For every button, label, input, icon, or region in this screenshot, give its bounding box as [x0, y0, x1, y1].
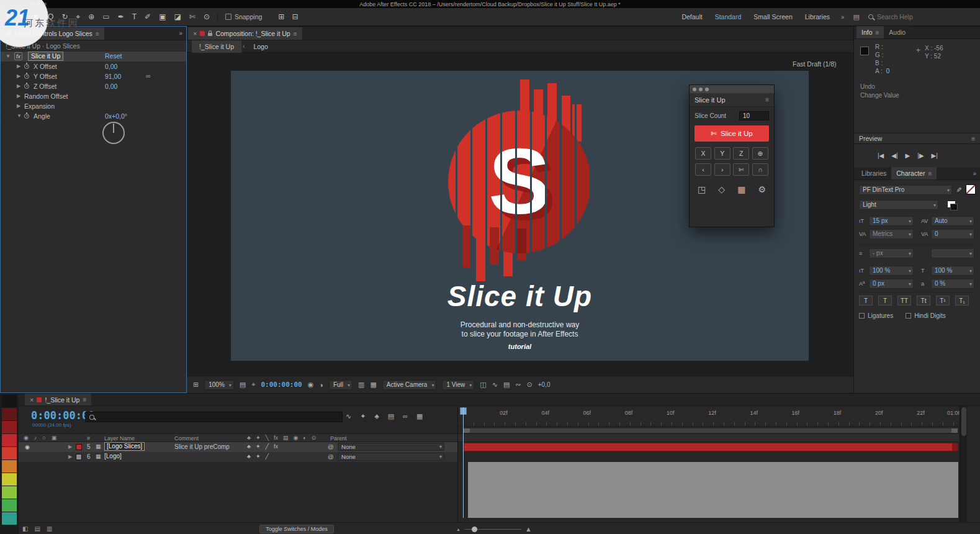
checkbox-icon[interactable]	[225, 14, 232, 20]
frame-blending-icon[interactable]: ▤	[388, 412, 394, 420]
property-row-x-offset[interactable]: ▶X Offset0,00	[1, 61, 186, 71]
font-style-dropdown[interactable]: Light▾	[859, 200, 938, 210]
loop-button[interactable]: ∩	[752, 163, 768, 176]
zoom-tool-icon[interactable]: Q	[48, 12, 53, 21]
mask-visibility-icon[interactable]: ⌖	[251, 381, 255, 389]
disclosure-triangle-icon[interactable]: ▶	[17, 103, 20, 109]
flowchart-button-icon[interactable]: ∾	[515, 381, 521, 389]
disclosure-triangle-icon[interactable]: ▶	[17, 83, 20, 89]
property-value[interactable]: 0x+0,0°	[105, 112, 127, 120]
frame-blend-column-icon[interactable]: ▤	[283, 435, 289, 441]
expand-inout-icon[interactable]: ▥	[47, 525, 52, 532]
tab-character[interactable]: Character ≡	[891, 167, 937, 179]
3d-column-icon[interactable]: ⊙	[312, 435, 317, 441]
align-options-icon[interactable]: ⊟	[292, 12, 298, 21]
switch-icon[interactable]: ╱	[265, 453, 268, 459]
region-of-interest-icon[interactable]: ▥	[358, 381, 364, 389]
timeline-button-icon[interactable]: ▤	[503, 381, 510, 389]
preview-panel-header[interactable]: Preview ≡	[854, 133, 980, 144]
graph-editor-icon[interactable]: ▦	[416, 412, 423, 420]
stopwatch-icon[interactable]	[24, 84, 29, 89]
stopwatch-icon[interactable]	[24, 64, 29, 69]
next-frame-button[interactable]: |▶	[917, 152, 924, 159]
collapse-column-icon[interactable]: ✦	[256, 435, 261, 441]
solo-column-icon[interactable]: ○	[42, 435, 45, 441]
label-color-swatch[interactable]	[2, 395, 17, 407]
timeline-scrollbar[interactable]	[960, 406, 967, 522]
snapshot-icon[interactable]: ◉	[308, 381, 314, 389]
prev-button[interactable]: ‹	[695, 163, 711, 176]
fill-stroke-swatches[interactable]	[947, 201, 956, 208]
snapping-checkbox[interactable]: Snapping	[225, 13, 262, 20]
subscript-button[interactable]: T₁	[955, 296, 969, 305]
column-layer-name[interactable]: Layer Name	[104, 435, 135, 441]
layer-switches[interactable]: ♣✦╱fx	[247, 443, 278, 450]
viewer-tab-slice-it-up[interactable]: !_Slice it Up	[192, 40, 241, 53]
pen-tool-icon[interactable]: ✒	[118, 12, 124, 21]
panel-menu-icon[interactable]: ≡	[876, 29, 879, 36]
panel-menu-icon[interactable]: ≡	[765, 96, 769, 103]
hand-tool-icon[interactable]: ☛	[33, 12, 40, 21]
parent-dropdown[interactable]: None▾	[338, 453, 444, 461]
timeline-search-field[interactable]	[85, 412, 343, 422]
expand-transfer-controls-icon[interactable]: ▤	[34, 525, 40, 532]
shy-column-icon[interactable]: ♣	[247, 435, 251, 441]
close-window-icon[interactable]	[30, 2, 33, 6]
label-color-swatch[interactable]	[2, 447, 17, 459]
layer-row-6[interactable]: ▶6▦[Logo]♣✦╱@None▾	[19, 452, 457, 462]
disclosure-triangle-icon[interactable]: ▼	[6, 53, 11, 59]
timeline-zoom-control[interactable]: ▲ ▲	[456, 525, 532, 533]
lock-column-icon[interactable]: ▣	[52, 435, 57, 441]
orbit-camera-tool-icon[interactable]: ↻	[61, 12, 68, 21]
lock-icon[interactable]	[7, 33, 11, 36]
column-parent[interactable]: Parent	[330, 435, 347, 441]
motion-blur-column-icon[interactable]: ◉	[293, 435, 298, 441]
font-size-dropdown[interactable]: 15 px▾	[869, 216, 914, 226]
tracking-mode-dropdown[interactable]: Metrics▾	[869, 229, 914, 239]
panel-overflow-icon[interactable]: »	[973, 170, 976, 177]
property-row-angle[interactable]: ▼Angle0x+0,0°	[1, 111, 186, 121]
property-row-random-offset[interactable]: ▶Random Offset	[1, 91, 186, 101]
disclosure-triangle-icon[interactable]: ▼	[17, 113, 22, 119]
switch-icon[interactable]: ╱	[265, 443, 268, 450]
layer-name[interactable]: [Logo]	[104, 453, 122, 459]
layer-label-color[interactable]	[76, 454, 82, 460]
layer-row-5[interactable]: ◉▶5▦[Logo Slices]Slice it Up preComp♣✦╱f…	[19, 442, 457, 452]
property-row-expansion[interactable]: ▶Expansion	[1, 101, 186, 111]
vertical-scale-dropdown[interactable]: 100 %▾	[869, 266, 914, 276]
property-value[interactable]: 0,00	[105, 83, 117, 90]
close-tab-icon[interactable]: ×	[193, 30, 197, 37]
script-panel-titlebar[interactable]	[690, 85, 774, 93]
small-caps-button[interactable]: Tt	[917, 296, 930, 305]
slice-it-up-button[interactable]: ✄ Slice it Up	[695, 125, 769, 142]
timeline-search-input[interactable]	[98, 414, 338, 420]
switch-icon[interactable]: ♣	[247, 453, 251, 459]
property-row-y-offset[interactable]: ▶Y Offset91,00∞	[1, 71, 186, 81]
axis-y-button[interactable]: Y	[714, 147, 731, 160]
audio-column-icon[interactable]: ♪	[34, 435, 37, 441]
help-search-input[interactable]	[877, 13, 927, 20]
viewer-tab-logo[interactable]: Logo	[246, 40, 275, 53]
zoom-in-icon[interactable]: ▲	[525, 525, 532, 533]
close-tab-icon[interactable]: ×	[30, 396, 34, 404]
transparency-grid-icon[interactable]: ▦	[370, 381, 376, 389]
first-frame-button[interactable]: |◀	[878, 152, 884, 159]
workspace-standard[interactable]: Standard	[715, 13, 742, 20]
fx-badge-icon[interactable]: fx	[14, 52, 22, 60]
switch-icon[interactable]: ♣	[247, 443, 251, 450]
link-icon[interactable]: ∞	[146, 72, 151, 79]
stopwatch-icon[interactable]	[24, 74, 29, 79]
effect-header-row[interactable]: ▼ fx Slice it Up Reset	[1, 52, 186, 61]
workspace-default[interactable]: Default	[681, 13, 702, 20]
adjustment-column-icon[interactable]: ◐	[303, 435, 306, 441]
checkbox-icon[interactable]	[906, 313, 911, 319]
view-layout-dropdown[interactable]: 1 View▾	[442, 380, 474, 390]
camera-dropdown[interactable]: Active Camera▾	[382, 380, 437, 390]
angle-dial[interactable]	[102, 122, 125, 144]
column-comment[interactable]: Comment	[174, 435, 199, 441]
fast-previews-icon[interactable]: ∿	[492, 381, 498, 389]
next-button[interactable]: ›	[714, 163, 731, 176]
time-ruler[interactable]: 02f04f06f08f10f12f14f16f18f20f22f01:00f	[458, 407, 960, 427]
roto-brush-tool-icon[interactable]: ✄	[189, 12, 196, 21]
workspace-settings-icon[interactable]: ▤	[853, 13, 860, 21]
